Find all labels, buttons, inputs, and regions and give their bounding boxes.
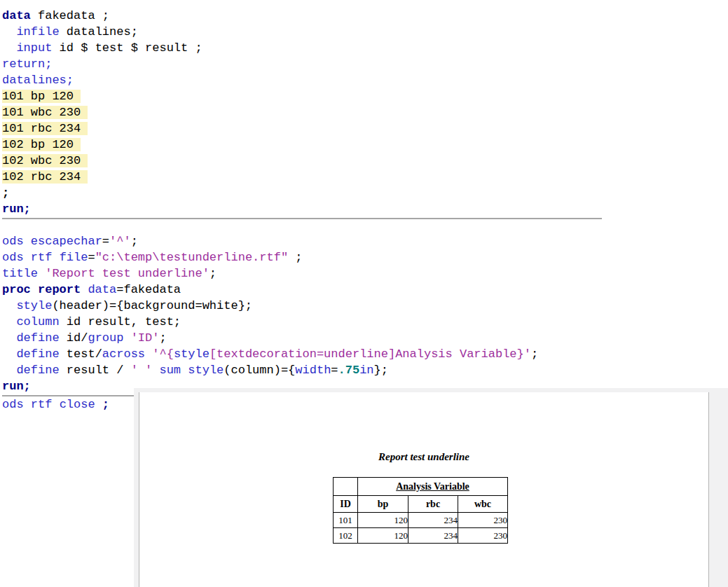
code-token: = [88, 251, 95, 264]
code-line: 102 bp 120 [2, 137, 602, 153]
code-token: test/ [60, 347, 102, 361]
span-header-cell: Analysis Variable [358, 478, 508, 496]
code-token: ; [102, 398, 109, 411]
code-token: ; [288, 251, 302, 264]
table-cell: 102 [334, 528, 358, 544]
code-token [123, 331, 130, 345]
code-token: ; [531, 347, 538, 361]
code-token: .75 [338, 364, 360, 377]
table-cell: 230 [458, 528, 508, 544]
code-token: infile [16, 25, 59, 39]
code-token: ods [2, 235, 24, 248]
code-line: proc report data=fakedata [2, 282, 602, 298]
code-token: datalines; [2, 74, 74, 87]
code-token: [textdecoration=underline]Analysis Varia… [210, 347, 531, 361]
code-token: = [102, 235, 109, 248]
code-token: =fakedata [116, 283, 181, 296]
code-token [2, 315, 16, 329]
code-token: ; [131, 235, 138, 248]
code-token: style [174, 347, 210, 361]
code-token: column [16, 315, 59, 329]
code-line: infile datalines; [2, 24, 602, 40]
code-token [152, 364, 159, 377]
code-token [52, 251, 59, 264]
table-cell: 120 [358, 528, 408, 544]
code-token: '^' [109, 235, 131, 248]
code-line: 101 rbc 234 [2, 120, 602, 137]
code-token: input [16, 41, 52, 55]
code-line: input id $ test $ result ; [2, 40, 602, 56]
code-line: 101 bp 120 [2, 88, 602, 104]
corner-cell [334, 478, 358, 496]
code-token: id/ [60, 331, 88, 345]
code-token: in [359, 364, 373, 377]
table-cell: 120 [358, 513, 408, 528]
code-token [52, 398, 59, 411]
code-token [95, 398, 102, 411]
code-line: 102 rbc 234 [2, 169, 602, 185]
table-header-row: IDbprbcwbc [334, 496, 508, 513]
code-token: ods [2, 251, 24, 264]
code-token: ' ' [131, 364, 153, 377]
code-token: escapechar [31, 235, 102, 248]
code-line: run; [2, 201, 602, 217]
code-token: id $ test $ result ; [52, 41, 202, 55]
column-header: bp [358, 496, 408, 513]
code-line: 101 wbc 230 [2, 104, 602, 120]
code-token: ; [2, 186, 9, 200]
code-line: define id/group 'ID'; [2, 330, 602, 346]
report-table: Analysis VariableIDbprbcwbc1011202342301… [333, 477, 508, 544]
horizontal-rule [2, 218, 602, 219]
code-token: define [16, 347, 59, 361]
code-token: "c:\temp\testunderline.rtf" [95, 251, 288, 264]
code-token [2, 299, 16, 312]
code-token: 'Report test underline' [45, 267, 210, 280]
code-token: width [295, 364, 331, 377]
code-token: 101 bp 120 [2, 90, 81, 103]
code-token [24, 398, 31, 411]
code-token: data [2, 9, 31, 22]
code-token [81, 283, 88, 296]
table-row: 101120234230 [334, 513, 508, 528]
code-token [24, 235, 31, 248]
code-token: title [2, 267, 38, 280]
code-token: 'ID' [131, 331, 160, 345]
code-token: (header)={background=white}; [52, 299, 252, 312]
code-token: 102 bp 120 [2, 138, 81, 151]
table-cell: 234 [408, 513, 458, 528]
code-token: rtf [31, 398, 53, 411]
code-token [181, 364, 188, 377]
document-page: Report test underline Analysis VariableI… [139, 392, 709, 587]
code-token: run; [2, 380, 31, 393]
code-token: 102 wbc 230 [2, 154, 88, 167]
code-token [145, 347, 152, 361]
code-token: id result, test; [60, 315, 181, 329]
code-line: title 'Report test underline'; [2, 265, 602, 282]
code-token: 102 rbc 234 [2, 170, 88, 184]
code-token: return; [2, 57, 52, 71]
column-header: rbc [408, 496, 458, 513]
code-token [2, 331, 16, 345]
code-token [2, 25, 16, 39]
code-token: = [331, 364, 338, 377]
code-token: (column)={ [224, 364, 295, 377]
code-token: result / [60, 364, 131, 377]
code-line: define test/across '^{style[textdecorati… [2, 346, 602, 362]
code-token: close [60, 398, 95, 411]
code-token: ods [2, 398, 24, 411]
code-token: rtf [31, 251, 53, 264]
code-line: return; [2, 56, 602, 72]
code-token: datalines; [60, 25, 138, 39]
column-header: wbc [458, 496, 508, 513]
code-token: proc report [2, 283, 81, 296]
code-token: fakedata ; [31, 9, 109, 22]
table-cell: 101 [334, 513, 358, 528]
code-line: data fakedata ; [2, 8, 602, 24]
code-token: style [188, 364, 224, 377]
code-token: file [60, 251, 88, 264]
code-token: }; [374, 364, 388, 377]
table-cell: 234 [408, 528, 458, 544]
code-token: sum [159, 364, 181, 377]
code-token [2, 347, 16, 361]
code-line: ods rtf file="c:\temp\testunderline.rtf"… [2, 249, 602, 265]
